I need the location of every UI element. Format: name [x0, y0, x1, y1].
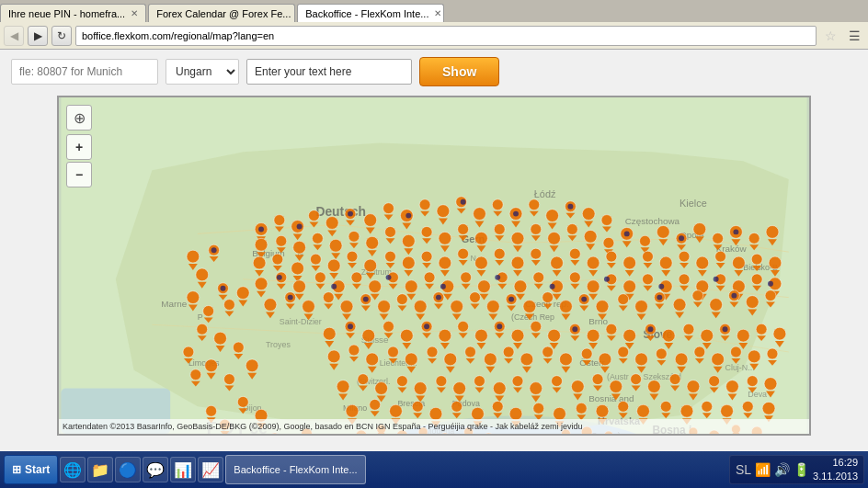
map-background: Deutsch Łódź Kielce Częstochowa Opole Kr… — [59, 97, 809, 434]
svg-text:Österr: Österr — [579, 357, 605, 368]
map-container: Deutsch Łódź Kielce Częstochowa Opole Kr… — [57, 96, 811, 436]
svg-text:(Switzerl.: (Switzerl. — [357, 377, 391, 386]
svg-text:N: N — [298, 249, 303, 258]
map-copyright: Kartendaten ©2013 BasarInfo, GeoBasis-DE… — [59, 419, 809, 434]
tab-2-label: Forex Calendar @ Forex Fe... — [156, 8, 291, 19]
taskbar-icon-6[interactable]: 📈 — [198, 457, 223, 482]
language-indicator: SL — [736, 462, 751, 477]
svg-text:Częstochowa: Częstochowa — [625, 216, 680, 226]
map-copyright-text: Kartendaten ©2013 BasarInfo, GeoBasis-DE… — [63, 422, 583, 431]
svg-text:Czech rep.: Czech rep. — [525, 299, 569, 309]
svg-text:Troyes: Troyes — [266, 340, 291, 349]
svg-text:Bielsko-B: Bielsko-B — [743, 263, 778, 272]
svg-text:Slove: Slove — [644, 328, 673, 341]
svg-text:Brescia: Brescia — [397, 399, 425, 408]
svg-text:Brno: Brno — [588, 316, 608, 326]
tab-1-close[interactable]: ✕ — [131, 8, 138, 18]
start-button[interactable]: ⊞ Start — [4, 455, 58, 484]
tab-3-close[interactable]: ✕ — [434, 8, 441, 18]
tab-3[interactable]: Backoffice - FlexKom Inte... ✕ — [297, 4, 444, 22]
forward-button[interactable]: ▶ — [28, 26, 48, 46]
svg-text:Kielce: Kielce — [680, 198, 707, 209]
svg-text:Saint-Dizier: Saint-Dizier — [280, 317, 322, 326]
svg-text:N: N — [471, 254, 476, 263]
tab-2[interactable]: Forex Calendar @ Forex Fe... ✕ — [148, 4, 295, 22]
zoom-in-button[interactable]: + — [66, 134, 92, 160]
start-label: Start — [25, 463, 50, 476]
svg-text:Kraków: Kraków — [716, 244, 748, 254]
location-input[interactable] — [11, 59, 158, 85]
svg-text:Liechten...: Liechten... — [380, 358, 417, 368]
show-button[interactable]: Show — [419, 57, 499, 86]
taskbar-icon-3[interactable]: 🔵 — [115, 457, 141, 482]
svg-text:(Austr: (Austr — [607, 372, 629, 381]
back-button[interactable]: ◀ — [4, 26, 24, 46]
svg-text:Deutsch: Deutsch — [315, 204, 366, 219]
svg-text:Limoges: Limoges — [188, 358, 220, 368]
svg-text:Milano: Milano — [343, 403, 367, 413]
address-bar[interactable]: boffice.flexkom.com/regional/map?lang=en — [75, 26, 817, 46]
tab-3-label: Backoffice - FlexKom Inte... — [305, 8, 428, 19]
reload-button[interactable]: ↻ — [51, 26, 72, 46]
tab-1-label: Ihre neue PIN - homefra... — [8, 8, 125, 19]
svg-text:Deva: Deva — [748, 390, 767, 399]
svg-text:Suisse: Suisse — [361, 335, 389, 345]
system-tray: SL 📶 🔊 🔋 16:29 3.11.2013 — [729, 455, 864, 484]
start-icon: ⊞ — [12, 463, 21, 476]
svg-text:Padova: Padova — [452, 399, 480, 408]
nav-bar: ◀ ▶ ↻ boffice.flexkom.com/regional/map?l… — [0, 22, 868, 50]
volume-icon: 🔊 — [774, 462, 790, 477]
menu-icon[interactable]: ☰ — [844, 26, 864, 46]
controls-row: Ungarn Show — [11, 57, 857, 86]
bookmark-icon[interactable]: ☆ — [820, 26, 840, 46]
tab-bar: Ihre neue PIN - homefra... ✕ Forex Calen… — [0, 0, 868, 22]
svg-text:Szekszárd: Szekszárd — [644, 372, 682, 381]
svg-text:Bosnia and: Bosnia and — [588, 393, 634, 403]
map-visual: Deutsch Łódź Kielce Częstochowa Opole Kr… — [59, 97, 809, 434]
svg-text:Dijon: Dijon — [243, 403, 261, 413]
country-select[interactable]: Ungarn — [166, 59, 239, 85]
text-input[interactable] — [246, 59, 412, 85]
zoom-out-button[interactable]: − — [66, 162, 92, 187]
svg-text:Zentrum: Zentrum — [361, 267, 392, 277]
taskbar-icon-1[interactable]: 🌐 — [60, 457, 86, 482]
drag-icon[interactable]: ⊕ — [66, 105, 92, 131]
taskbar: ⊞ Start 🌐 📁 🔵 💬 📊 📈 Backoffice - FlexKom… — [0, 451, 868, 488]
clock-time: 16:29 — [813, 456, 858, 470]
svg-text:Łódź: Łódź — [534, 188, 556, 199]
page-content: Ungarn Show — [0, 50, 868, 451]
clock: 16:29 3.11.2013 — [813, 456, 858, 484]
clock-date: 3.11.2013 — [813, 470, 858, 483]
active-window-button[interactable]: Backoffice - FlexKom Inte... — [225, 455, 365, 484]
svg-text:Gern: Gern — [462, 233, 485, 244]
address-text: boffice.flexkom.com/regional/map?lang=en — [82, 30, 274, 41]
browser-chrome: Ihre neue PIN - homefra... ✕ Forex Calen… — [0, 0, 868, 50]
map-zoom-controls: ⊕ + − — [66, 105, 92, 187]
network-icon: 📶 — [755, 462, 771, 477]
battery-icon: 🔋 — [794, 462, 809, 477]
svg-text:Cluj-N...: Cluj-N... — [725, 363, 755, 372]
svg-text:P: P — [198, 312, 203, 322]
svg-text:(Czech Rep: (Czech Rep — [511, 312, 554, 322]
active-window-label: Backoffice - FlexKom Inte... — [234, 464, 357, 475]
svg-text:Marne: Marne — [161, 299, 187, 309]
taskbar-icon-4[interactable]: 💬 — [143, 457, 168, 482]
taskbar-icon-2[interactable]: 📁 — [87, 457, 113, 482]
tab-1[interactable]: Ihre neue PIN - homefra... ✕ — [0, 4, 146, 22]
svg-text:Belgium: Belgium — [252, 248, 285, 258]
taskbar-icon-5[interactable]: 📊 — [170, 457, 196, 482]
svg-text:Opole: Opole — [680, 230, 704, 240]
